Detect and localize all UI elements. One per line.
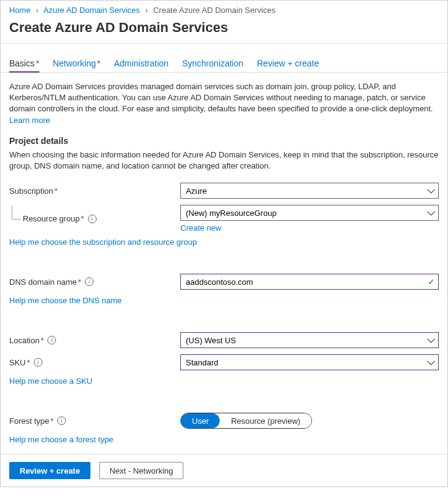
forest-type-toggle: User Resource (preview) [180,413,312,429]
info-icon[interactable]: i [85,277,94,286]
help-subscription-rg-link[interactable]: Help me choose the subscription and reso… [9,237,197,247]
sku-label: SKU [9,358,26,367]
dns-domain-input[interactable] [180,274,439,290]
breadcrumb-home[interactable]: Home [9,6,31,15]
tab-networking[interactable]: Networking* [53,58,100,72]
project-details-text: When choosing the basic information need… [9,149,439,172]
subscription-label: Subscription [9,186,54,196]
review-create-button[interactable]: Review + create [9,462,90,479]
tab-list: Basics* Networking* Administration Synch… [1,44,447,72]
tab-review-create[interactable]: Review + create [257,58,319,72]
help-dns-link[interactable]: Help me choose the DNS name [9,296,122,305]
forest-type-resource[interactable]: Resource (preview) [220,413,311,428]
tab-administration[interactable]: Administration [114,58,169,72]
subscription-select[interactable]: Azure [180,183,439,199]
next-networking-button[interactable]: Next - Networking [99,462,183,479]
tab-synchronization[interactable]: Synchronization [182,58,244,72]
chevron-right-icon: › [36,6,38,15]
dns-domain-label: DNS domain name [9,277,77,287]
breadcrumb-aadds[interactable]: Azure AD Domain Services [44,6,140,15]
sku-select[interactable]: Standard [180,354,439,370]
page-title: Create Azure AD Domain Services [1,17,447,43]
create-new-link[interactable]: Create new [180,223,221,233]
info-icon[interactable]: i [34,358,42,367]
info-icon[interactable]: i [88,215,97,223]
breadcrumb: Home › Azure AD Domain Services › Create… [1,1,447,17]
forest-type-user[interactable]: User [181,413,220,428]
info-icon[interactable]: i [57,416,66,425]
breadcrumb-current: Create Azure AD Domain Services [153,6,276,15]
location-label: Location [9,336,39,345]
project-details-heading: Project details [9,136,439,146]
help-forest-link[interactable]: Help me choose a forest type [9,435,113,444]
tab-basics[interactable]: Basics* [9,58,39,72]
resource-group-label: Resource group [23,214,80,223]
location-select[interactable]: (US) West US [180,332,439,348]
resource-group-select[interactable]: (New) myResourceGroup [180,205,439,221]
checkmark-icon: ✓ [428,277,435,287]
learn-more-link[interactable]: Learn more [9,116,50,125]
forest-type-label: Forest type [9,416,49,426]
chevron-right-icon: › [145,6,148,15]
intro-text: Azure AD Domain Services provides manage… [9,81,439,126]
info-icon[interactable]: i [47,336,56,344]
wizard-footer: Review + create Next - Networking [1,454,447,487]
help-sku-link[interactable]: Help me choose a SKU [9,376,92,386]
